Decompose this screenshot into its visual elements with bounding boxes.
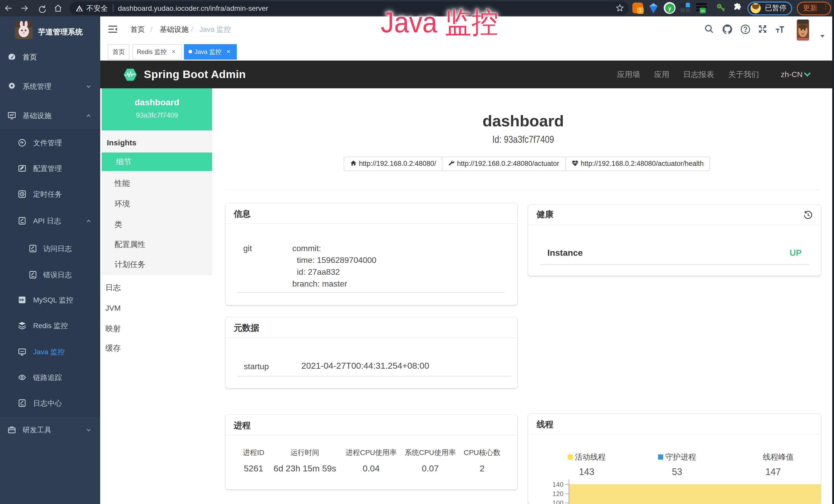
svg-text:on: on: [701, 9, 705, 13]
